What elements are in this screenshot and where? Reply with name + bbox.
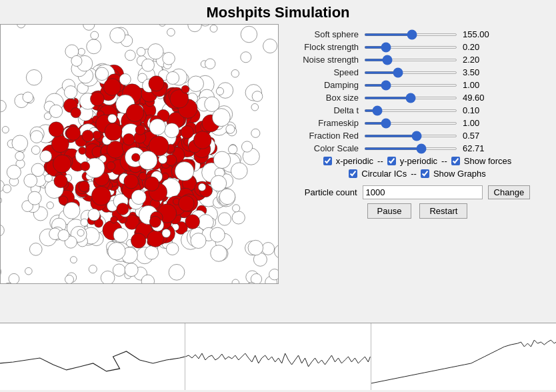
svg-point-838 xyxy=(252,91,263,102)
slider-input-8[interactable] xyxy=(364,135,457,137)
svg-point-570 xyxy=(64,86,77,99)
circular-ics-checkbox[interactable] xyxy=(349,169,357,178)
slider-input-5[interactable] xyxy=(364,97,457,99)
slider-label-6: Delta t xyxy=(285,105,359,115)
svg-point-821 xyxy=(65,275,74,283)
particle-count-input[interactable] xyxy=(363,185,483,199)
svg-point-830 xyxy=(15,151,24,160)
show-graphs-label: Show Graphs xyxy=(433,169,486,179)
slider-input-1[interactable] xyxy=(364,46,457,49)
svg-point-778 xyxy=(210,25,217,32)
svg-point-645 xyxy=(149,216,161,227)
svg-point-624 xyxy=(108,114,117,123)
slider-input-0[interactable] xyxy=(364,33,457,36)
svg-point-629 xyxy=(181,125,193,138)
svg-point-545 xyxy=(167,71,179,84)
svg-point-276 xyxy=(81,219,88,226)
slider-value-0: 155.00 xyxy=(463,29,496,39)
slider-input-9[interactable] xyxy=(364,147,457,150)
svg-rect-853 xyxy=(371,323,556,390)
svg-point-757 xyxy=(101,271,115,283)
svg-point-827 xyxy=(241,26,257,43)
slider-value-1: 0.20 xyxy=(463,42,496,52)
slider-value-8: 0.57 xyxy=(463,131,496,141)
svg-point-643 xyxy=(139,172,147,180)
slider-input-2[interactable] xyxy=(364,59,457,61)
svg-point-666 xyxy=(148,44,163,59)
svg-point-737 xyxy=(137,47,145,56)
svg-point-642 xyxy=(82,130,93,141)
slider-input-3[interactable] xyxy=(364,71,457,74)
svg-point-782 xyxy=(91,31,99,39)
svg-point-843 xyxy=(23,92,33,103)
svg-point-623 xyxy=(93,131,101,139)
svg-point-598 xyxy=(211,175,227,191)
svg-point-621 xyxy=(123,133,135,145)
svg-point-560 xyxy=(185,215,200,229)
svg-point-768 xyxy=(232,211,245,224)
svg-point-347 xyxy=(49,122,64,137)
svg-point-618 xyxy=(149,119,165,135)
svg-point-650 xyxy=(135,125,145,135)
svg-point-677 xyxy=(251,103,259,111)
x-periodic-label: x-periodic xyxy=(336,156,373,166)
svg-point-518 xyxy=(165,123,179,138)
svg-point-640 xyxy=(205,97,219,111)
show-forces-label: Show forces xyxy=(464,156,512,166)
slider-row-2: Noise strength2.20 xyxy=(285,55,549,65)
svg-point-628 xyxy=(179,195,195,211)
svg-point-554 xyxy=(162,173,169,179)
restart-button[interactable]: Restart xyxy=(419,203,467,219)
svg-point-794 xyxy=(251,129,260,137)
svg-point-469 xyxy=(40,151,52,163)
page-title: Moshpits Simulation xyxy=(0,0,556,24)
svg-point-836 xyxy=(58,229,69,241)
svg-point-603 xyxy=(45,174,53,182)
slider-input-6[interactable] xyxy=(364,109,457,112)
svg-point-680 xyxy=(29,243,42,256)
circular-ics-label: Circular ICs xyxy=(361,169,407,179)
show-graphs-checkbox[interactable] xyxy=(421,169,429,178)
slider-row-0: Soft sphere155.00 xyxy=(285,29,549,39)
x-periodic-checkbox[interactable] xyxy=(323,157,332,165)
svg-point-697 xyxy=(263,39,277,53)
slider-label-1: Flock strength xyxy=(285,42,359,52)
svg-point-829 xyxy=(211,245,227,262)
sliders-container: Soft sphere155.00Flock strength0.20Noise… xyxy=(285,29,549,153)
svg-point-632 xyxy=(81,161,90,171)
separator2: -- xyxy=(441,156,447,166)
pause-button[interactable]: Pause xyxy=(367,203,412,219)
particle-count-label: Particle count xyxy=(305,187,357,197)
slider-label-9: Color Scale xyxy=(285,143,359,153)
y-periodic-checkbox[interactable] xyxy=(387,157,396,165)
svg-point-756 xyxy=(9,273,19,283)
svg-point-744 xyxy=(89,265,97,273)
change-button[interactable]: Change xyxy=(488,185,531,199)
slider-row-8: Fraction Red0.57 xyxy=(285,131,549,141)
svg-point-592 xyxy=(142,59,155,71)
svg-point-716 xyxy=(210,227,225,242)
svg-point-493 xyxy=(31,131,43,143)
svg-point-569 xyxy=(226,125,235,133)
svg-point-824 xyxy=(28,191,41,205)
slider-label-3: Speed xyxy=(285,67,359,77)
svg-point-760 xyxy=(87,39,101,54)
svg-point-738 xyxy=(12,135,28,151)
slider-label-2: Noise strength xyxy=(285,55,359,65)
svg-point-848 xyxy=(248,240,263,255)
svg-point-309 xyxy=(166,243,179,255)
svg-point-528 xyxy=(213,151,230,168)
svg-point-820 xyxy=(2,127,9,133)
svg-point-538 xyxy=(79,147,86,154)
graph-panel-1 xyxy=(0,323,185,390)
show-forces-checkbox[interactable] xyxy=(451,157,460,165)
slider-row-1: Flock strength0.20 xyxy=(285,42,549,52)
svg-point-609 xyxy=(90,92,104,106)
graphs-row xyxy=(0,323,556,389)
slider-input-4[interactable] xyxy=(364,84,457,87)
slider-input-7[interactable] xyxy=(364,122,457,125)
svg-point-670 xyxy=(25,267,32,275)
separator3: -- xyxy=(411,169,417,179)
svg-point-788 xyxy=(26,69,41,85)
slider-value-5: 49.60 xyxy=(463,93,496,103)
